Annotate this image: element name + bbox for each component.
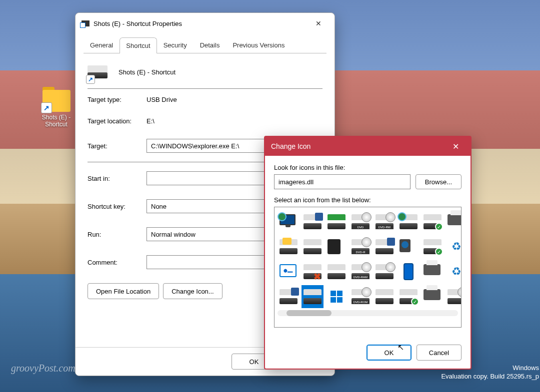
icon-file-input[interactable]	[274, 174, 410, 189]
icon-network-drive[interactable]	[398, 210, 420, 233]
icon-drive-folder[interactable]	[278, 235, 300, 258]
open-file-location-button[interactable]: Open File Location	[88, 283, 159, 299]
icon-drive-ok-2[interactable]: ✓	[422, 235, 444, 258]
icon-drive-3[interactable]	[326, 260, 348, 283]
icon-optical-drive[interactable]	[374, 260, 396, 283]
change-icon-cancel-button[interactable]: Cancel	[416, 345, 462, 361]
shortcut-drive-icon: ↗	[88, 61, 108, 82]
icon-dvdrom-drive[interactable]: DVD-ROM	[350, 285, 372, 308]
icon-drive-green[interactable]	[326, 210, 348, 233]
icon-recycle[interactable]: ♻	[446, 235, 462, 258]
icon-dvdr-drive[interactable]: DVD-R	[350, 235, 372, 258]
icon-camera[interactable]	[398, 235, 420, 258]
icon-list-scrollbar[interactable]	[278, 310, 458, 316]
tab-bar: General Shortcut Security Details Previo…	[76, 34, 334, 53]
tab-details[interactable]: Details	[194, 37, 226, 53]
icon-drive-ok[interactable]: ✓	[422, 210, 444, 233]
label-comment: Comment:	[88, 259, 142, 266]
look-for-icons-label: Look for icons in this file:	[274, 164, 462, 171]
icon-drive-ok-3[interactable]: ✓	[398, 285, 420, 308]
icon-list[interactable]: DVD DVD-RW ✓ DVD-R ✓ ♻ ⬤▂▂ ✖ DVD-RAM	[274, 207, 462, 328]
browse-button[interactable]: Browse...	[416, 174, 462, 189]
desktop-icon-label: Shots (E) - Shortcut	[35, 114, 78, 128]
icon-printer[interactable]	[446, 210, 462, 233]
properties-title: Shots (E) - Shortcut Properties	[94, 20, 304, 27]
icon-windows-logo[interactable]	[326, 285, 348, 308]
icon-drive-selected[interactable]	[302, 285, 324, 308]
icon-dvd-disc[interactable]	[446, 285, 462, 308]
icon-drive-save-2[interactable]	[278, 285, 300, 308]
label-target-location: Target location:	[88, 117, 142, 125]
icon-drive-4[interactable]	[374, 285, 396, 308]
icon-network-monitor[interactable]	[278, 210, 300, 233]
change-icon-close-button[interactable]: ✕	[446, 139, 464, 153]
label-target: Target:	[88, 142, 142, 150]
change-icon-titlebar[interactable]: Change Icon ✕	[265, 137, 470, 156]
close-button[interactable]: ✕	[308, 17, 328, 30]
icon-control-panel[interactable]: ⬤▂▂	[278, 260, 300, 283]
shortcut-name: Shots (E) - Shortcut	[118, 68, 176, 76]
change-icon-title: Change Icon	[271, 142, 446, 150]
icon-phone[interactable]	[398, 260, 420, 283]
icon-dvd-drive[interactable]: DVD	[350, 210, 372, 233]
shortcut-arrow-icon: ↗	[41, 102, 52, 113]
watermark-groovypost: groovyPost.com	[11, 363, 76, 374]
change-icon-ok-button[interactable]: OK	[366, 345, 412, 361]
tab-shortcut[interactable]: Shortcut	[120, 37, 156, 53]
label-start-in: Start in:	[88, 175, 142, 182]
label-shortcut-key: Shortcut key:	[88, 203, 142, 210]
icon-printer-2[interactable]	[422, 260, 444, 283]
icon-recycle-2[interactable]: ♻	[446, 260, 462, 283]
label-target-type: Target type:	[88, 96, 142, 103]
label-run: Run:	[88, 231, 142, 238]
watermark-windows-build: Windows Evaluation copy. Build 25295.rs_…	[441, 364, 539, 381]
change-icon-button[interactable]: Change Icon...	[163, 283, 222, 299]
icon-dvdram-drive[interactable]: DVD-RAM	[350, 260, 372, 283]
tab-previous-versions[interactable]: Previous Versions	[226, 37, 291, 53]
shortcut-arrow-icon: ↗	[86, 75, 95, 84]
drive-shortcut-icon	[82, 20, 90, 26]
properties-titlebar[interactable]: Shots (E) - Shortcut Properties ✕	[76, 13, 334, 34]
tab-security[interactable]: Security	[157, 37, 194, 53]
icon-drive-remove[interactable]: ✖	[302, 260, 324, 283]
folder-icon: ↗	[42, 90, 70, 112]
select-icon-label: Select an icon from the list below:	[274, 196, 462, 204]
icon-printer-3[interactable]	[422, 285, 444, 308]
icon-chip[interactable]	[326, 235, 348, 258]
icon-drive[interactable]	[302, 235, 324, 258]
icon-drive-save[interactable]	[374, 235, 396, 258]
value-target-type: USB Drive	[146, 96, 177, 103]
icon-drive-add[interactable]	[302, 210, 324, 233]
tab-general[interactable]: General	[84, 37, 120, 53]
value-target-location: E:\	[146, 117, 154, 125]
icon-dvdrw-drive[interactable]: DVD-RW	[374, 210, 396, 233]
desktop-shortcut-icon[interactable]: ↗ Shots (E) - Shortcut	[35, 90, 78, 128]
change-icon-dialog: Change Icon ✕ Look for icons in this fil…	[264, 136, 472, 370]
